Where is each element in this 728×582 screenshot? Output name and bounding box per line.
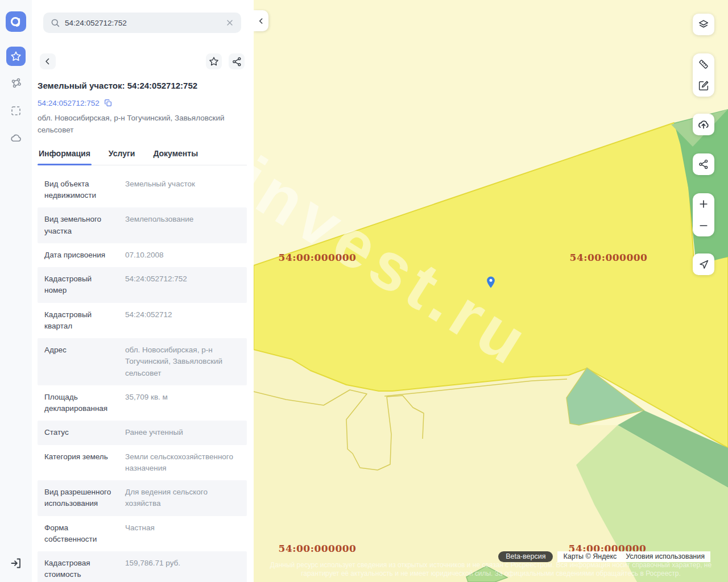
row-label: Вид земельного участка xyxy=(44,214,116,237)
table-row: СтатусРанее учтенный xyxy=(38,421,247,444)
row-value: 159,786.71 руб. xyxy=(125,558,240,581)
ruler-icon xyxy=(697,58,710,70)
map-marker-pin[interactable] xyxy=(485,276,497,292)
search-bar xyxy=(43,13,241,33)
dashed-square-icon xyxy=(9,104,23,118)
object-info-panel: Земельный участок: 54:24:052712:752 54:2… xyxy=(32,0,254,582)
zoom-in-button[interactable] xyxy=(693,193,714,215)
ruler-button[interactable] xyxy=(693,53,714,75)
table-row: Вид земельного участкаЗемлепользование xyxy=(38,207,247,243)
tab-information[interactable]: Информация xyxy=(38,146,92,165)
table-row: Площадь декларированная35,709 кв. м xyxy=(38,385,247,421)
attribution: Карты © Яндекс Условия использования xyxy=(557,551,710,562)
table-row: Адресобл. Новосибирская, р-н Тогучинский… xyxy=(38,338,247,385)
row-value: 54:24:052712:752 xyxy=(125,273,240,297)
quarter-label: 54:00:000000 xyxy=(279,543,357,554)
search-clear-button[interactable] xyxy=(225,18,234,27)
layers-icon xyxy=(697,18,710,31)
row-value: Земельный участок xyxy=(125,178,240,202)
navigation-arrow-icon xyxy=(698,259,710,271)
table-row: Кадастровая стоимость159,786.71 руб. xyxy=(38,551,247,582)
row-label: Дата присвоения xyxy=(44,250,116,261)
panel-tabs: Информация Услуги Документы xyxy=(38,146,247,165)
row-value: обл. Новосибирская, р-н Тогучинский, Зав… xyxy=(125,344,240,379)
row-label: Адрес xyxy=(44,344,116,379)
polygon-tool-button[interactable] xyxy=(6,74,26,93)
minus-icon xyxy=(698,220,709,231)
cadastral-number-row: 54:24:052712:752 xyxy=(38,98,247,107)
row-label: Статус xyxy=(44,427,116,438)
app-window: Земельный участок: 54:24:052712:752 54:2… xyxy=(0,0,728,582)
cadastral-number-link[interactable]: 54:24:052712:752 xyxy=(38,99,100,107)
quarter-label: 54:00:000000 xyxy=(570,252,648,263)
row-value: 07.10.2008 xyxy=(125,250,240,261)
table-row: Дата присвоения07.10.2008 xyxy=(38,243,247,267)
cloud-button[interactable] xyxy=(6,128,26,148)
row-value: Ранее учтенный xyxy=(125,427,240,438)
row-value: Землепользование xyxy=(125,214,240,237)
measure-tools-group xyxy=(693,53,714,97)
row-label: Кадастровая стоимость xyxy=(44,558,116,581)
row-value: Для ведения сельского хозяйства xyxy=(125,487,240,510)
chevron-left-icon xyxy=(257,17,265,25)
beta-badge: Beta-версия xyxy=(498,551,553,562)
search-icon xyxy=(50,18,60,28)
row-label: Форма собственности xyxy=(44,522,116,546)
row-label: Кадастровый квартал xyxy=(44,309,116,332)
plus-icon xyxy=(698,198,709,210)
map-share-button[interactable] xyxy=(693,153,714,175)
info-table: Вид объекта недвижимостиЗемельный участо… xyxy=(38,172,247,582)
table-row: Кадастровый квартал54:24:052712 xyxy=(38,303,247,339)
row-value: 35,709 кв. м xyxy=(125,392,240,415)
back-button[interactable] xyxy=(40,53,56,69)
tab-documents[interactable]: Документы xyxy=(152,146,199,165)
zoom-controls xyxy=(693,193,714,236)
cloud-icon xyxy=(9,131,23,145)
pin-icon xyxy=(485,276,497,289)
cloud-upload-icon xyxy=(697,118,710,131)
draw-edit-button[interactable] xyxy=(693,75,714,97)
row-label: Площадь декларированная xyxy=(44,392,116,415)
area-select-button[interactable] xyxy=(6,101,26,120)
row-label: Категория земель xyxy=(44,451,116,475)
row-label: Вид разрешенного использования xyxy=(44,487,116,510)
table-row: Форма собственностиЧастная xyxy=(38,516,247,552)
share-icon xyxy=(231,56,242,67)
zoom-out-button[interactable] xyxy=(693,215,714,236)
layers-button[interactable] xyxy=(693,14,714,35)
panel-header xyxy=(40,53,245,69)
object-address: обл. Новосибирская, р-н Тогучинский, Зав… xyxy=(38,113,247,136)
copy-icon xyxy=(104,98,113,107)
quarter-label: 54:00:000000 xyxy=(279,252,357,263)
panel-collapse-button[interactable] xyxy=(254,10,268,31)
map-copyright: Карты © Яндекс xyxy=(563,552,617,560)
favorites-star-button[interactable] xyxy=(6,47,26,66)
favorite-button[interactable] xyxy=(206,53,222,69)
app-logo-icon[interactable] xyxy=(6,11,26,32)
geolocation-button[interactable] xyxy=(693,253,714,275)
row-label: Кадастровый номер xyxy=(44,273,116,297)
login-button[interactable] xyxy=(6,554,26,573)
polygon-tool-icon xyxy=(9,77,23,90)
table-row: Вид объекта недвижимостиЗемельный участо… xyxy=(38,172,247,208)
terms-of-use-link[interactable]: Условия использования xyxy=(626,552,705,560)
row-value: Частная xyxy=(125,522,240,546)
login-icon xyxy=(9,556,23,570)
search-input[interactable] xyxy=(65,19,225,27)
chevron-left-icon xyxy=(43,56,53,66)
map-canvas[interactable]: invest.ru 54:00:000000 54:00:000000 54:0… xyxy=(254,0,728,582)
close-icon xyxy=(225,18,234,27)
row-value: 54:24:052712 xyxy=(125,309,240,332)
tab-services[interactable]: Услуги xyxy=(107,146,136,165)
share-icon xyxy=(698,159,709,170)
copy-button[interactable] xyxy=(104,98,113,107)
page-title: Земельный участок: 54:24:052712:752 xyxy=(38,81,247,90)
row-value: Земли сельскохозяйственного назначения xyxy=(125,451,240,475)
upload-button[interactable] xyxy=(693,114,714,135)
share-button[interactable] xyxy=(229,53,245,69)
table-row: Вид разрешенного использованияДля ведени… xyxy=(38,480,247,516)
table-row: Кадастровый номер54:24:052712:752 xyxy=(38,267,247,303)
row-label: Вид объекта недвижимости xyxy=(44,178,116,202)
edit-icon xyxy=(697,80,710,92)
table-row: Категория земельЗемли сельскохозяйственн… xyxy=(38,445,247,481)
